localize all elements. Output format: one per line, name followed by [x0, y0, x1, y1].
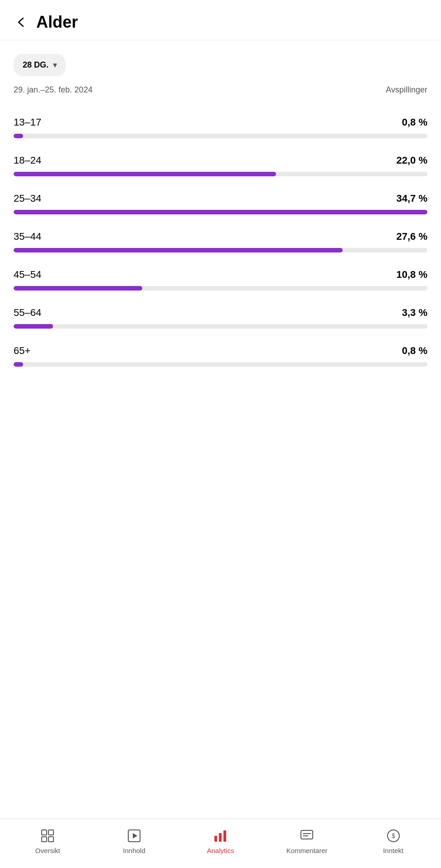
age-row-header: 13–17 0,8 % [14, 116, 427, 128]
age-row: 13–17 0,8 % [14, 108, 427, 146]
svg-rect-6 [214, 836, 217, 842]
progress-fill [14, 286, 142, 291]
age-value: 34,7 % [397, 193, 428, 204]
kommentarer-icon [299, 828, 315, 844]
age-row-header: 55–64 3,3 % [14, 307, 427, 319]
nav-item-innhold[interactable]: Innhold [91, 828, 178, 854]
inntekt-label: Inntekt [383, 847, 403, 854]
svg-rect-0 [42, 830, 47, 835]
progress-fill [14, 248, 343, 252]
filter-label: 28 DG. [23, 60, 48, 70]
progress-track [14, 210, 427, 214]
svg-rect-9 [301, 830, 313, 839]
progress-track [14, 134, 427, 138]
age-row-header: 18–24 22,0 % [14, 155, 427, 166]
age-label: 35–44 [14, 231, 41, 242]
oversikt-label: Oversikt [35, 847, 60, 854]
progress-fill [14, 134, 23, 138]
age-row: 65+ 0,8 % [14, 337, 427, 375]
oversikt-icon [39, 828, 56, 844]
svg-rect-2 [42, 837, 47, 842]
svg-rect-3 [48, 837, 53, 842]
age-row: 35–44 27,6 % [14, 223, 427, 261]
chevron-down-icon: ▾ [53, 61, 57, 69]
nav-item-inntekt[interactable]: $ Inntekt [350, 828, 436, 854]
age-row-header: 65+ 0,8 % [14, 345, 427, 357]
nav-item-oversikt[interactable]: Oversikt [5, 828, 91, 854]
inntekt-icon: $ [385, 828, 402, 844]
page-container: Alder 28 DG. ▾ 29. jan.–25. feb. 2024 Av… [0, 0, 441, 868]
analytics-label: Analytics [207, 847, 234, 854]
age-row-header: 35–44 27,6 % [14, 231, 427, 242]
age-value: 3,3 % [402, 307, 427, 319]
age-label: 13–17 [14, 116, 41, 128]
nav-item-kommentarer[interactable]: Kommentarer [264, 828, 350, 854]
progress-track [14, 248, 427, 252]
svg-rect-8 [223, 830, 226, 842]
progress-fill [14, 362, 23, 367]
progress-track [14, 324, 427, 329]
age-value: 10,8 % [397, 269, 428, 281]
age-value: 22,0 % [397, 155, 428, 166]
innhold-label: Innhold [123, 847, 145, 854]
age-label: 45–54 [14, 269, 41, 281]
age-row-header: 25–34 34,7 % [14, 193, 427, 204]
age-label: 18–24 [14, 155, 41, 166]
progress-track [14, 172, 427, 176]
svg-marker-5 [133, 833, 137, 839]
svg-text:$: $ [392, 832, 395, 839]
column-header: Avspillinger [386, 85, 427, 95]
back-icon [15, 16, 27, 28]
age-value: 0,8 % [402, 116, 427, 128]
date-range-row: 29. jan.–25. feb. 2024 Avspillinger [14, 85, 427, 95]
progress-fill [14, 324, 53, 329]
progress-fill [14, 172, 276, 176]
age-row: 25–34 34,7 % [14, 184, 427, 223]
analytics-icon [212, 828, 228, 844]
age-label: 25–34 [14, 193, 41, 204]
back-button[interactable] [14, 15, 29, 30]
age-label: 55–64 [14, 307, 41, 319]
content-area: 28 DG. ▾ 29. jan.–25. feb. 2024 Avspilli… [0, 40, 441, 814]
age-row-header: 45–54 10,8 % [14, 269, 427, 281]
progress-fill [14, 210, 427, 214]
date-range-text: 29. jan.–25. feb. 2024 [14, 85, 92, 95]
age-row: 45–54 10,8 % [14, 261, 427, 299]
innhold-icon [126, 828, 142, 844]
header: Alder [0, 0, 441, 40]
svg-rect-7 [219, 833, 222, 842]
nav-item-analytics[interactable]: Analytics [177, 828, 264, 854]
age-value: 0,8 % [402, 345, 427, 357]
page-title: Alder [36, 13, 78, 32]
age-label: 65+ [14, 345, 30, 357]
bottom-nav: Oversikt Innhold Analytics [0, 819, 441, 868]
age-value: 27,6 % [397, 231, 428, 242]
kommentarer-label: Kommentarer [286, 847, 328, 854]
svg-rect-1 [48, 830, 53, 835]
age-rows: 13–17 0,8 % 18–24 22,0 % 25–34 34,7 % [14, 108, 427, 375]
progress-track [14, 362, 427, 367]
date-filter-button[interactable]: 28 DG. ▾ [14, 54, 66, 76]
age-row: 55–64 3,3 % [14, 299, 427, 337]
progress-track [14, 286, 427, 291]
age-row: 18–24 22,0 % [14, 146, 427, 184]
